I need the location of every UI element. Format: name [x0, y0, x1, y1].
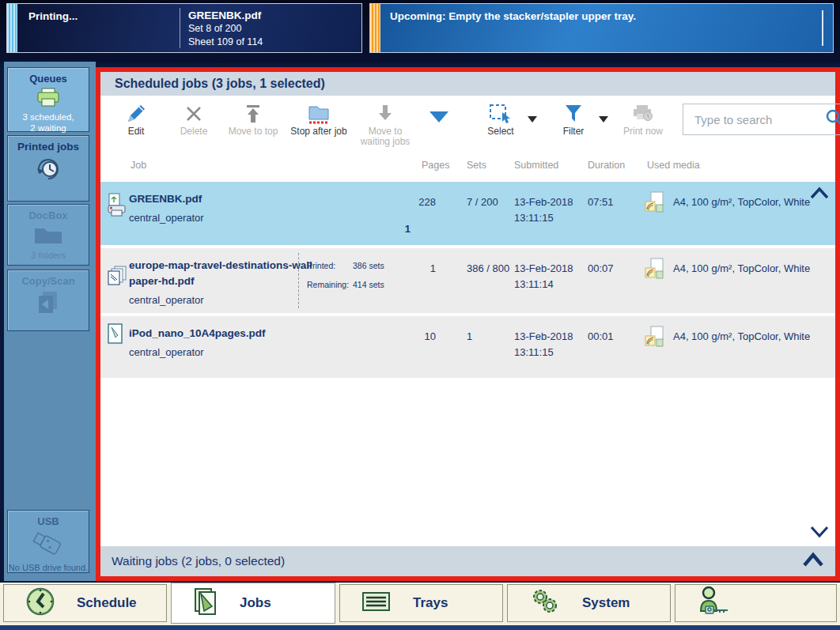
job-sets: 7 / 200: [467, 194, 513, 210]
printer-queue-icon: [8, 88, 89, 110]
select-marquee-icon: [479, 102, 523, 126]
job-submitted-time: 13:11:15: [514, 345, 587, 360]
history-clock-icon: [8, 156, 89, 186]
move-to-top-label: Move to top: [224, 126, 282, 137]
copy-scan-icon: [8, 290, 89, 319]
filter-dropdown-caret[interactable]: [599, 116, 608, 123]
printing-sheet-progress: Sheet 109 of 114: [188, 36, 263, 49]
queues-status-line1: 3 scheduled,: [8, 111, 89, 123]
sidebar-item-usb: USB No USB drive found.: [7, 510, 89, 573]
bottom-tab-bar: Schedule Jobs Trays System: [0, 583, 840, 625]
trays-icon: [361, 590, 392, 617]
select-button[interactable]: Select: [479, 102, 523, 137]
remaining-label: Remaining:: [307, 280, 353, 289]
print-now-label: Print now: [618, 126, 668, 137]
waiting-jobs-bar[interactable]: Waiting jobs (2 jobs, 0 selected): [100, 546, 835, 576]
multi-page-job-icon: [107, 266, 129, 291]
filter-label: Filter: [554, 126, 592, 137]
move-to-top-icon: [224, 102, 282, 126]
delete-x-icon: [170, 102, 218, 126]
edit-pencil-icon: [113, 102, 159, 126]
job-sets: 1: [467, 329, 513, 345]
usb-label: USB: [8, 511, 89, 527]
table-row[interactable]: iPod_nano_10A4pages.pdf central_operator…: [100, 316, 835, 378]
job-duration: 00:01: [588, 329, 614, 345]
tab-schedule[interactable]: Schedule: [3, 584, 167, 622]
select-dropdown-caret[interactable]: [528, 116, 537, 123]
sidebar-item-copy-scan: Copy/Scan: [7, 270, 89, 331]
sidebar-item-printed-jobs[interactable]: Printed jobs: [7, 135, 89, 202]
job-pages: 1: [385, 261, 436, 277]
tab-system-label: System: [582, 595, 630, 611]
tab-jobs-label: Jobs: [240, 595, 271, 611]
search-input[interactable]: [693, 112, 824, 127]
job-sets: 386 / 800: [467, 261, 513, 277]
job-submitted-date: 13-Feb-2018: [514, 329, 587, 345]
schedule-clock-icon: [25, 586, 56, 621]
queues-label: Queues: [8, 68, 89, 85]
usb-drive-icon: [8, 530, 89, 560]
stop-after-job-icon: [286, 102, 352, 126]
scroll-up-icon[interactable]: [810, 187, 829, 202]
tab-system[interactable]: System: [507, 584, 671, 622]
job-submitted-date: 13-Feb-2018: [514, 194, 587, 210]
job-pages: 10: [385, 329, 436, 345]
printing-set-progress: Set 8 of 200: [188, 22, 263, 36]
filter-funnel-icon: [554, 102, 592, 126]
top-status-strip: Printing... GREENBK.pdf Set 8 of 200 She…: [0, 0, 840, 63]
filter-button[interactable]: Filter: [554, 102, 592, 137]
delete-button: Delete: [170, 102, 218, 137]
edit-button[interactable]: Edit: [113, 102, 159, 137]
upcoming-accent-bar: [370, 4, 380, 52]
search-icon[interactable]: [824, 108, 840, 131]
printing-job-icon: [107, 193, 127, 221]
tab-schedule-label: Schedule: [77, 595, 137, 611]
job-submitted-time: 13:11:14: [514, 277, 587, 292]
column-used-media: Used media: [647, 160, 700, 171]
media-icon: [645, 258, 668, 286]
folder-icon: [8, 224, 89, 248]
job-owner: central_operator: [129, 346, 317, 358]
docbox-status: 3 folders: [8, 250, 89, 261]
operator-key-icon: [696, 586, 732, 621]
table-row[interactable]: europe-map-travel-destinations-wallpaper…: [100, 248, 835, 313]
usb-status: No USB drive found.: [8, 562, 89, 573]
more-actions-dropdown-icon[interactable]: [429, 111, 448, 123]
tab-operator-login[interactable]: [675, 584, 837, 622]
stop-after-job-button[interactable]: Stop after job: [286, 102, 352, 137]
upcoming-message: Upcoming: Empty the stacker/stapler uppe…: [380, 4, 636, 52]
media-icon: [645, 191, 668, 220]
tab-trays-label: Trays: [413, 595, 448, 611]
scheduled-jobs-panel: Scheduled jobs (3 jobs, 1 selected) Edit…: [96, 67, 840, 581]
printing-accent-bar: [7, 4, 17, 52]
system-gears-icon: [528, 587, 562, 620]
upcoming-alert-panel[interactable]: Upcoming: Empty the stacker/stapler uppe…: [369, 3, 834, 53]
job-used-media: A4, 100 g/m², TopColor, White: [673, 329, 835, 345]
job-submitted-time: 13:11:15: [514, 210, 587, 226]
expand-waiting-jobs-icon[interactable]: [802, 552, 824, 571]
job-name: iPod_nano_10A4pages.pdf: [129, 326, 317, 341]
column-pages: Pages: [422, 160, 449, 171]
scroll-down-icon[interactable]: [810, 526, 829, 541]
job-pages: 228: [385, 194, 436, 210]
printing-status-panel[interactable]: Printing... GREENBK.pdf Set 8 of 200 She…: [6, 3, 362, 53]
job-used-media: A4, 100 g/m², TopColor, White: [673, 261, 835, 277]
scheduled-jobs-title: Scheduled jobs (3 jobs, 1 selected): [100, 72, 835, 96]
sidebar-item-queues[interactable]: Queues 3 scheduled, 2 waiting: [7, 67, 89, 132]
sidebar: Queues 3 scheduled, 2 waiting Printed jo…: [4, 62, 96, 581]
tab-trays[interactable]: Trays: [339, 584, 503, 622]
upcoming-right-divider: [822, 10, 823, 46]
document-job-icon: [107, 323, 126, 349]
job-owner: central_operator: [129, 212, 317, 224]
delete-label: Delete: [170, 126, 218, 137]
scheduled-jobs-list: GREENBK.pdf central_operator 228 1 7 / 2…: [100, 179, 835, 546]
search-box: [683, 104, 840, 135]
edit-label: Edit: [113, 126, 159, 137]
table-row[interactable]: GREENBK.pdf central_operator 228 1 7 / 2…: [100, 182, 835, 245]
print-now-icon: [618, 102, 668, 126]
tab-jobs[interactable]: Jobs: [171, 583, 335, 624]
printed-label: Printed:: [307, 261, 353, 270]
sidebar-item-docbox: DocBox 3 folders: [7, 204, 89, 266]
jobs-toolbar: Edit Delete Move to top Stop after job M…: [100, 96, 835, 153]
move-to-waiting-jobs-button: Move to waiting jobs: [354, 102, 417, 147]
